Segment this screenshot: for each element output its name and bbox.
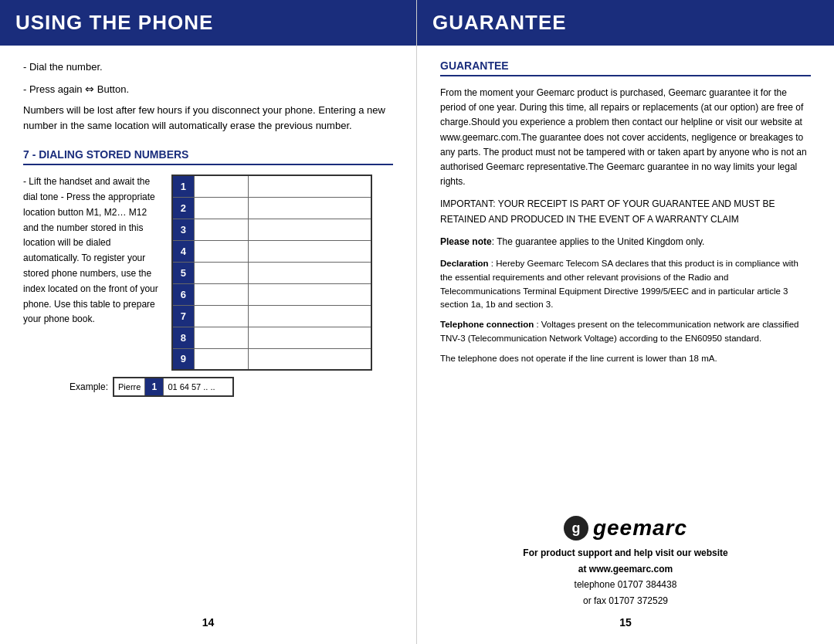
table-row: 4 — [172, 240, 371, 262]
intro-body: Numbers will be lost after few hours if … — [23, 103, 393, 135]
left-page-num: 14 — [23, 608, 393, 629]
line-cell — [248, 283, 371, 305]
line-cell — [248, 327, 371, 348]
intro-text: - Dial the number. - Press again ⇔ Butto… — [23, 59, 393, 134]
telephone-text-footer: telephone 01707 384438 — [575, 579, 677, 590]
num-cell: 2 — [172, 197, 194, 219]
num-cell: 3 — [172, 219, 194, 240]
table-row: 2 — [172, 197, 371, 219]
name-cell — [194, 197, 248, 219]
support-line1: For product support and help visit our w… — [523, 547, 727, 558]
line-cell — [248, 348, 371, 370]
num-cell: 4 — [172, 240, 194, 262]
example-table-row: Pierre 1 01 64 57 .. .. — [114, 378, 233, 396]
dialing-text: - Lift the handset and await the dial to… — [23, 175, 162, 371]
right-page: GUARANTEE GUARANTEE From the moment your… — [417, 0, 834, 644]
intro-line2: - Press again ⇔ Button. — [23, 80, 393, 98]
num-cell: 9 — [172, 348, 194, 370]
table-row: 5 — [172, 262, 371, 283]
right-page-num: 15 — [440, 608, 811, 629]
please-note-text: : The guarantee applies to the United Ki… — [492, 236, 705, 247]
example-row: Example: Pierre 1 01 64 57 .. .. — [70, 377, 393, 397]
table-row: 8 — [172, 327, 371, 348]
name-cell — [194, 219, 248, 240]
line-cell — [248, 175, 371, 197]
num-cell: 5 — [172, 262, 194, 283]
geemarc-logo: g geemarc — [440, 516, 811, 541]
example-num-cell: 1 — [145, 378, 164, 396]
line-cell — [248, 305, 371, 327]
name-cell — [194, 305, 248, 327]
declaration-text: : Hereby Geemarc Telecom SA declares tha… — [440, 259, 798, 309]
example-name-cell: Pierre — [114, 378, 145, 396]
example-number-cell: 01 64 57 .. .. — [164, 378, 233, 396]
guarantee-subheader: GUARANTEE — [440, 59, 811, 76]
right-header: GUARANTEE — [417, 0, 834, 46]
support-text: For product support and help visit our w… — [440, 545, 811, 608]
num-cell: 8 — [172, 327, 194, 348]
dialing-subheader: 7 - DIALING STORED NUMBERS — [23, 148, 393, 165]
line-cell — [248, 219, 371, 240]
declaration-label: Declaration — [440, 259, 489, 268]
declaration-block: Declaration : Hereby Geemarc Telecom SA … — [440, 257, 811, 312]
left-header: USING THE PHONE — [0, 0, 416, 46]
table-row: 7 — [172, 305, 371, 327]
telephone-label: Telephone connection — [440, 320, 534, 329]
num-cell: 1 — [172, 175, 194, 197]
phone-table: 1 2 3 — [171, 175, 372, 371]
line-cell — [248, 262, 371, 283]
phone-table-wrapper: 1 2 3 — [171, 175, 372, 371]
please-note-label: Please note — [440, 236, 492, 247]
website-text: at www.geemarc.com — [578, 564, 673, 575]
guarantee-body: From the moment your Geemarc product is … — [440, 86, 811, 189]
geemarc-footer: g geemarc For product support and help v… — [440, 508, 811, 608]
geemarc-logo-text: geemarc — [593, 516, 687, 541]
name-cell — [194, 348, 248, 370]
example-label: Example: — [70, 381, 108, 392]
name-cell — [194, 327, 248, 348]
telephone-block: Telephone connection : Voltages present … — [440, 318, 811, 346]
table-row: 6 — [172, 283, 371, 305]
intro-line2-prefix: - Press again — [23, 83, 83, 95]
guarantee-content: GUARANTEE From the moment your Geemarc p… — [440, 59, 811, 508]
guarantee-important: IMPORTANT: YOUR RECEIPT IS PART OF YOUR … — [440, 197, 811, 226]
intro-line2-suffix: Button. — [97, 83, 129, 95]
left-page: USING THE PHONE - Dial the number. - Pre… — [0, 0, 417, 644]
num-cell: 6 — [172, 283, 194, 305]
name-cell — [194, 262, 248, 283]
fax-text: or fax 01707 372529 — [583, 595, 668, 606]
line-current-block: The telephone does not operate if the li… — [440, 352, 811, 366]
table-row: 9 — [172, 348, 371, 370]
name-cell — [194, 240, 248, 262]
guarantee-please-note: Please note: The guarantee applies to th… — [440, 235, 811, 249]
table-row: 3 — [172, 219, 371, 240]
geemarc-g-icon: g — [564, 516, 588, 541]
intro-line1: - Dial the number. — [23, 59, 393, 76]
table-row: 1 — [172, 175, 371, 197]
name-cell — [194, 175, 248, 197]
dialing-section: - Lift the handset and await the dial to… — [23, 175, 393, 371]
name-cell — [194, 283, 248, 305]
line-cell — [248, 240, 371, 262]
num-cell: 7 — [172, 305, 194, 327]
arrow-icon: ⇔ — [85, 80, 94, 97]
line-cell — [248, 197, 371, 219]
example-table: Pierre 1 01 64 57 .. .. — [113, 377, 234, 397]
